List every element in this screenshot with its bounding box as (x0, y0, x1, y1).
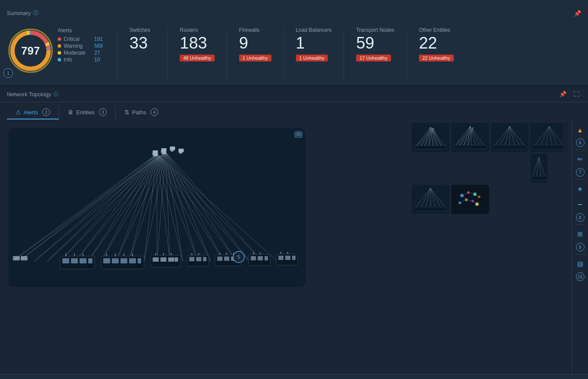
fit-view-button[interactable]: ⊞ (573, 227, 587, 241)
pin-button[interactable]: 📌 (557, 90, 568, 98)
topology-info-icon: ⓘ (53, 91, 58, 98)
svg-rect-80 (175, 257, 178, 262)
alerts-donut: 797 1 (7, 27, 54, 74)
firewalls-unhealthy-badge[interactable]: 1 Unhealthy (239, 55, 271, 61)
svg-rect-13 (170, 147, 175, 150)
svg-rect-162 (563, 123, 568, 152)
tools-panel: ▲ 6 ✏ 7 + − 8 ⊞ 9 ▤ 10 (572, 119, 588, 374)
summary-pin-icon[interactable]: 📌 (574, 10, 581, 17)
svg-rect-57 (21, 256, 28, 260)
alert-critical: Critical 191 (58, 36, 114, 42)
metric-routers: Routers 183 48 Unhealthy (171, 27, 223, 61)
metric-transport-nodes: Transport Nodes 59 17 Unhealthy (348, 27, 403, 61)
topology-header: Network Topology ⓘ 📌 ⛶ (0, 86, 588, 102)
tab-paths-label: Paths (132, 109, 146, 116)
fullscreen-button[interactable]: ⛶ (572, 90, 581, 98)
svg-rect-78 (160, 257, 166, 262)
divider-1 (117, 29, 117, 80)
routers-unhealthy-badge[interactable]: 48 Unhealthy (180, 55, 215, 61)
svg-rect-87 (203, 257, 206, 261)
svg-rect-60 (71, 258, 78, 263)
svg-rect-177 (414, 207, 447, 211)
badge-1: 1 (3, 68, 13, 78)
summary-info-icon: ⓘ (33, 9, 38, 17)
thumbnail-3[interactable] (491, 123, 529, 152)
zoom-in-button[interactable]: + (573, 182, 587, 196)
thumbnail-4[interactable] (530, 123, 568, 152)
svg-rect-130 (415, 146, 446, 149)
svg-rect-70 (129, 258, 136, 263)
divider-4 (283, 29, 284, 80)
tab-alerts[interactable]: ⚠ Alerts 2 (7, 106, 59, 119)
info-dot (58, 58, 61, 61)
svg-rect-79 (168, 257, 174, 262)
alerts-breakdown: Alerts Critical 191 Warning 569 Moderate… (58, 27, 114, 63)
divider-6 (406, 29, 407, 80)
svg-rect-71 (138, 258, 141, 263)
other-unhealthy-badge[interactable]: 22 Unhealthy (419, 55, 454, 61)
thumbnail-6[interactable] (412, 185, 449, 214)
tabs-row: ⚠ Alerts 2 🖥 Entities 3 ⇅ Paths 4 (0, 102, 588, 119)
network-diagram[interactable]: 5 (9, 128, 305, 287)
thumbnail-1[interactable] (412, 123, 449, 152)
lb-unhealthy-badge[interactable]: 1 Unhealthy (296, 55, 328, 61)
svg-rect-104 (278, 256, 283, 260)
svg-rect-106 (292, 256, 296, 260)
thumbnail-5[interactable] (530, 154, 548, 183)
moderate-dot (58, 51, 61, 55)
paths-tab-icon: ⇅ (124, 109, 129, 116)
zoom-out-button[interactable]: − (573, 198, 587, 211)
metric-firewalls: Firewalls 9 1 Unhealthy (231, 27, 280, 61)
warning-tool-button[interactable]: ▲ (573, 123, 587, 137)
svg-rect-59 (62, 258, 69, 263)
alert-info: Info 10 (58, 57, 114, 63)
topology-content: 5 (0, 119, 588, 374)
alert-warning: Warning 569 (58, 43, 114, 49)
warning-dot (58, 44, 61, 48)
svg-rect-11 (153, 150, 158, 154)
map-icon: ▤ (577, 260, 583, 268)
svg-rect-98 (251, 256, 256, 260)
tn-unhealthy-badge[interactable]: 17 Unhealthy (356, 55, 391, 61)
right-thumbnail-panel (408, 119, 572, 374)
svg-rect-12 (161, 148, 166, 152)
svg-rect-68 (112, 258, 119, 263)
metric-load-balancers: Load Balancers 1 1 Unhealthy (287, 27, 340, 61)
alerts-tab-icon: ⚠ (15, 109, 21, 116)
svg-rect-62 (88, 258, 92, 263)
summary-row: 797 1 Alerts Critical 191 Warning 569 Mo… (7, 20, 581, 80)
summary-title: Summary (7, 10, 31, 16)
fit-view-icon: ⊞ (577, 230, 583, 238)
thumbnail-colorful[interactable] (451, 185, 489, 214)
warning-triangle-icon: ▲ (577, 126, 583, 134)
total-alerts-count: 797 (21, 44, 40, 58)
svg-rect-67 (103, 258, 110, 263)
topology-canvas[interactable]: 5 (0, 119, 408, 374)
svg-rect-168 (532, 176, 546, 180)
svg-rect-100 (265, 256, 268, 260)
svg-rect-61 (80, 258, 86, 263)
edit-icon: ✏ (577, 156, 583, 163)
edit-tool-button[interactable]: ✏ (573, 153, 587, 166)
divider-2 (167, 29, 168, 80)
svg-rect-161 (533, 145, 566, 149)
svg-rect-86 (196, 257, 201, 261)
topology-section: Network Topology ⓘ 📌 ⛶ ⚠ Alerts 2 🖥 Enti… (0, 86, 588, 374)
map-button[interactable]: ▤ (573, 257, 587, 271)
tab-alerts-label: Alerts (24, 109, 38, 116)
svg-rect-56 (13, 256, 20, 260)
svg-rect-99 (258, 256, 263, 260)
summary-section: Summary ⓘ 📌 797 1 (0, 0, 588, 86)
svg-text:5: 5 (237, 254, 240, 260)
svg-rect-111 (295, 131, 302, 138)
tab-entities-label: Entities (76, 109, 95, 116)
thumbnail-2[interactable] (451, 123, 489, 152)
tab-paths[interactable]: ⇅ Paths 4 (116, 106, 167, 119)
entities-tab-icon: 🖥 (68, 109, 74, 116)
svg-rect-85 (189, 257, 194, 261)
tool-separator-2 (575, 179, 585, 180)
divider-3 (227, 29, 227, 80)
tab-entities[interactable]: 🖥 Entities 3 (59, 106, 116, 119)
tool-separator-4 (575, 254, 585, 254)
tool-separator-3 (575, 224, 585, 225)
